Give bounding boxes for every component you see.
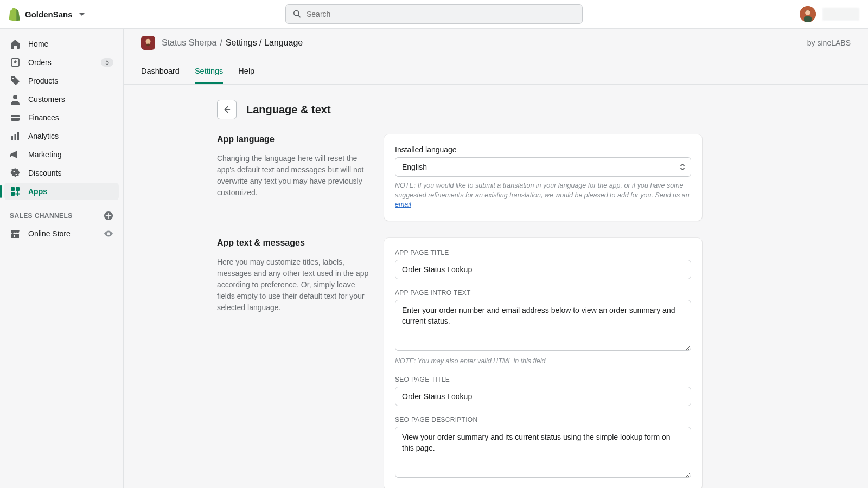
nav-label: Customers [28, 95, 65, 104]
nav-products[interactable]: Products [4, 72, 119, 89]
text-card: APP PAGE TITLE APP PAGE INTRO TEXT NOTE:… [384, 238, 702, 489]
svg-rect-8 [15, 134, 16, 140]
language-card: Installed language English NOTE: If you … [384, 134, 702, 221]
nav-label: Discounts [28, 169, 61, 177]
sales-channels-heading: SALES CHANNELS [4, 201, 119, 225]
nav-analytics[interactable]: Analytics [4, 127, 119, 145]
avatar[interactable] [800, 6, 816, 22]
breadcrumb-current: Settings / Language [226, 38, 303, 48]
nav-orders[interactable]: Orders 5 [4, 54, 119, 71]
search-icon [292, 9, 302, 19]
svg-rect-11 [16, 187, 20, 191]
discount-icon [10, 168, 21, 178]
nav-label: Home [28, 40, 48, 48]
tabs: Dashboard Settings Help [124, 57, 868, 85]
vendor-logo [822, 8, 859, 21]
view-store-button[interactable] [104, 229, 113, 239]
svg-rect-14 [146, 44, 149, 47]
installed-language-select[interactable]: English [395, 157, 691, 177]
nav-label: Analytics [28, 132, 59, 140]
topbar: GoldenSans [0, 0, 868, 29]
language-note: NOTE: If you would like to submit a tran… [395, 181, 691, 210]
svg-rect-12 [11, 192, 15, 196]
nav-label: Online Store [28, 229, 71, 238]
caret-down-icon [79, 13, 85, 16]
section-text-desc: Here you may customize titles, labels, m… [217, 256, 373, 313]
nav-apps[interactable]: Apps [4, 183, 119, 200]
seo-desc-textarea[interactable] [395, 427, 691, 478]
apps-icon [10, 186, 21, 197]
add-channel-button[interactable] [104, 211, 113, 221]
nav-customers[interactable]: Customers [4, 91, 119, 108]
store-icon [10, 228, 21, 239]
search-input-wrap[interactable] [285, 4, 583, 24]
nav-online-store[interactable]: Online Store [4, 225, 119, 242]
svg-rect-5 [11, 115, 20, 121]
nav-discounts[interactable]: Discounts [4, 164, 119, 182]
search-input[interactable] [307, 10, 576, 18]
svg-rect-10 [11, 187, 15, 191]
nav-finances[interactable]: Finances [4, 109, 119, 126]
person-icon [10, 94, 21, 105]
app-page-title-label: APP PAGE TITLE [395, 249, 691, 256]
svg-rect-2 [804, 16, 812, 22]
by-line: by sineLABS [807, 38, 851, 47]
store-selector[interactable]: GoldenSans [9, 8, 85, 21]
email-link[interactable]: email [395, 201, 411, 208]
svg-rect-6 [11, 117, 20, 118]
svg-point-4 [13, 95, 17, 99]
breadcrumb: Status Sherpa / Settings / Language [162, 38, 303, 48]
store-name: GoldenSans [25, 10, 73, 19]
app-header: Status Sherpa / Settings / Language by s… [124, 29, 868, 57]
sidebar: Home Orders 5 Products Customers Finance… [0, 29, 124, 488]
breadcrumb-app[interactable]: Status Sherpa [162, 38, 216, 48]
tag-icon [10, 75, 21, 86]
nav-label: Orders [28, 58, 52, 67]
page-title: Language & text [246, 104, 331, 116]
nav-label: Marketing [28, 150, 61, 159]
nav-marketing[interactable]: Marketing [4, 146, 119, 163]
analytics-icon [10, 131, 21, 142]
tab-help[interactable]: Help [238, 57, 254, 84]
nav-label: Products [28, 76, 58, 85]
home-icon [10, 38, 21, 49]
app-page-intro-label: APP PAGE INTRO TEXT [395, 289, 691, 297]
installed-language-label: Installed language [395, 145, 691, 154]
back-button[interactable] [217, 100, 237, 119]
intro-note: NOTE: You may also enter valid HTML in t… [395, 357, 691, 367]
app-icon [141, 36, 155, 50]
svg-rect-7 [11, 136, 13, 140]
megaphone-icon [10, 149, 21, 160]
app-page-intro-textarea[interactable] [395, 300, 691, 351]
nav-label: Finances [28, 113, 59, 122]
orders-icon [10, 57, 21, 68]
finances-icon [10, 112, 21, 123]
seo-desc-label: SEO PAGE DESCRIPTION [395, 416, 691, 423]
seo-title-label: SEO PAGE TITLE [395, 376, 691, 383]
app-page-title-input[interactable] [395, 260, 691, 279]
orders-badge: 5 [101, 58, 113, 67]
tab-dashboard[interactable]: Dashboard [141, 57, 180, 84]
shopify-logo-icon [9, 8, 21, 21]
section-app-language-desc: Changing the language here will reset th… [217, 153, 373, 198]
tab-settings[interactable]: Settings [195, 57, 223, 84]
svg-rect-9 [17, 132, 19, 140]
nav-label: Apps [28, 187, 47, 196]
main-content: Status Sherpa / Settings / Language by s… [124, 29, 868, 488]
section-app-language-title: App language [217, 134, 373, 144]
nav-home[interactable]: Home [4, 35, 119, 53]
section-text-title: App text & messages [217, 238, 373, 248]
seo-title-input[interactable] [395, 387, 691, 406]
